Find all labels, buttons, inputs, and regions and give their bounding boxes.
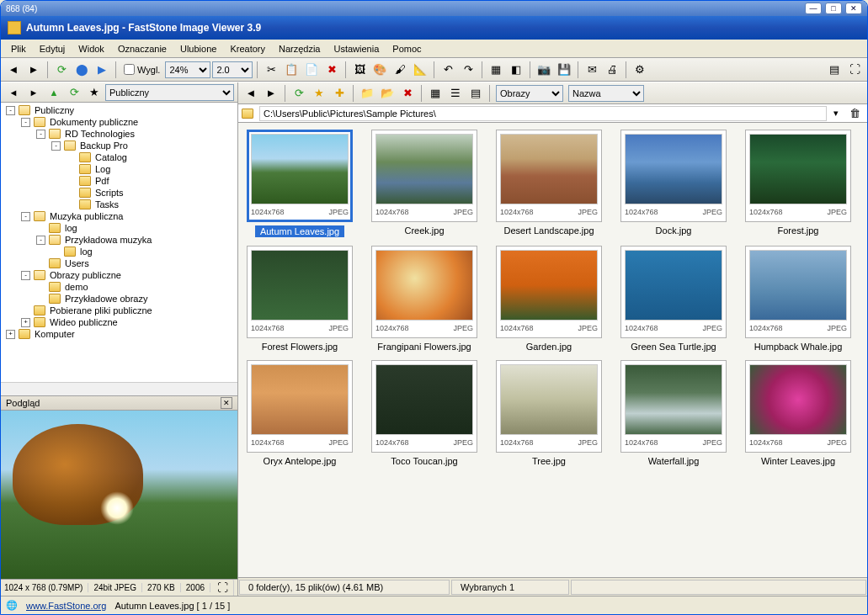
tree-node[interactable]: -Publiczny: [3, 104, 236, 116]
menu-edytuj[interactable]: Edytuj: [33, 42, 72, 56]
tree-toggle-icon[interactable]: -: [6, 106, 15, 115]
tree-node[interactable]: +Wideo publiczne: [3, 316, 236, 328]
thumbnail-item[interactable]: 1024x768JPEGFrangipani Flowers.jpg: [370, 246, 479, 352]
rotate-right-icon[interactable]: ↷: [459, 61, 477, 79]
thumbnail-item[interactable]: 1024x768JPEGDock.jpg: [619, 130, 728, 237]
preview-close-icon[interactable]: ✕: [221, 397, 232, 409]
tree-toggle-icon[interactable]: +: [6, 330, 15, 339]
thumbnail-item[interactable]: 1024x768JPEGTree.jpg: [494, 360, 604, 466]
copy-icon[interactable]: 📋: [282, 61, 301, 79]
refresh-icon[interactable]: ⟳: [52, 61, 71, 79]
tree-toggle-icon[interactable]: +: [21, 318, 30, 327]
tree-node[interactable]: -Dokumenty publiczne: [3, 116, 236, 128]
tree-node[interactable]: Users: [3, 257, 236, 269]
tree-toggle-icon[interactable]: -: [21, 118, 30, 127]
tool2-icon[interactable]: 🎨: [370, 61, 389, 79]
tree-root-combo[interactable]: Publiczny: [105, 84, 234, 101]
tree-node[interactable]: Catalog: [3, 151, 236, 163]
filter-combo[interactable]: Obrazy: [496, 85, 563, 102]
settings-icon[interactable]: ⚙: [631, 61, 649, 79]
layout1-icon[interactable]: ▤: [825, 61, 844, 79]
maximize-button[interactable]: □: [825, 3, 842, 14]
thumb-newfolder-icon[interactable]: 📁: [358, 84, 376, 103]
thumbnail-item[interactable]: 1024x768JPEGWaterfall.jpg: [619, 360, 728, 466]
folder-tree[interactable]: -Publiczny-Dokumenty publiczne-RD Techno…: [1, 103, 237, 382]
thumb-fwd-icon[interactable]: ►: [262, 84, 280, 103]
email-icon[interactable]: ✉: [583, 61, 601, 79]
thumb-fav-icon[interactable]: ★: [310, 84, 328, 103]
nav-back-icon[interactable]: ◄: [4, 61, 23, 79]
rotate-left-icon[interactable]: ↶: [439, 61, 457, 79]
tree-node[interactable]: -Obrazy publiczne: [3, 269, 236, 281]
fullscreen-icon[interactable]: ⛶: [845, 61, 864, 79]
tree-node[interactable]: demo: [3, 281, 236, 293]
tree-up-icon[interactable]: ▲: [45, 83, 63, 102]
thumbnail-item[interactable]: 1024x768JPEGCreek.jpg: [370, 130, 479, 237]
tree-node[interactable]: -Muzyka publiczna: [3, 210, 236, 222]
thumbnail-item[interactable]: 1024x768JPEGForest.jpg: [743, 130, 853, 237]
tree-node[interactable]: +Komputer: [3, 328, 236, 340]
menu-plik[interactable]: Plik: [4, 42, 33, 56]
tree-toggle-icon[interactable]: -: [21, 271, 30, 280]
tree-toggle-icon[interactable]: -: [36, 130, 45, 139]
thumbnail-item[interactable]: 1024x768JPEGGarden.jpg: [494, 246, 604, 352]
close-button[interactable]: ✕: [845, 3, 862, 14]
thumbnail-item[interactable]: 1024x768JPEGHumpback Whale.jpg: [743, 246, 853, 352]
capture-icon[interactable]: 📷: [535, 61, 553, 79]
menu-ulubione[interactable]: Ulubione: [173, 42, 223, 56]
thumbnail-item[interactable]: 1024x768JPEGWinter Leaves.jpg: [743, 360, 853, 466]
thumbnail-item[interactable]: 1024x768JPEGOryx Antelope.jpg: [245, 360, 354, 466]
thumb-back-icon[interactable]: ◄: [242, 84, 260, 103]
menu-widok[interactable]: Widok: [72, 42, 111, 56]
paste-icon[interactable]: 📄: [302, 61, 321, 79]
tool4-icon[interactable]: 📐: [411, 61, 429, 79]
save-icon[interactable]: 💾: [555, 61, 573, 79]
zoom-combo[interactable]: 24%: [165, 61, 210, 78]
thumb-addfav-icon[interactable]: ✚: [330, 84, 349, 103]
tree-node[interactable]: Pobierane pliki publiczne: [3, 305, 236, 316]
thumbnail-item[interactable]: 1024x768JPEGToco Toucan.jpg: [370, 360, 479, 466]
wygl-checkbox[interactable]: Wygl.: [124, 64, 160, 75]
tree-scrollbar[interactable]: [1, 382, 237, 395]
tree-node[interactable]: log: [3, 246, 236, 257]
tree-toggle-icon[interactable]: -: [36, 236, 45, 245]
tool1-icon[interactable]: 🖼: [350, 61, 369, 79]
preview-pane[interactable]: [1, 411, 237, 579]
path-trash-icon[interactable]: 🗑: [845, 104, 864, 123]
menu-oznaczanie[interactable]: Oznaczanie: [111, 42, 173, 56]
tree-node[interactable]: -RD Technologies: [3, 128, 236, 140]
menu-narzędzia[interactable]: Narzędzia: [272, 42, 327, 56]
footer-link[interactable]: www.FastStone.org: [26, 601, 106, 611]
thumb-refresh-icon[interactable]: ⟳: [290, 84, 308, 103]
thumbnail-item[interactable]: 1024x768JPEGForest Flowers.jpg: [245, 246, 354, 352]
tree-fwd-icon[interactable]: ►: [24, 83, 43, 102]
tree-refresh-icon[interactable]: ⟳: [65, 83, 83, 102]
delete-icon[interactable]: ✖: [322, 61, 341, 79]
tree-back-icon[interactable]: ◄: [4, 83, 23, 102]
tree-fav-icon[interactable]: ★: [85, 83, 104, 102]
tool3-icon[interactable]: 🖌: [391, 61, 409, 79]
minimize-button[interactable]: —: [805, 3, 822, 14]
print-icon[interactable]: 🖨: [603, 61, 621, 79]
scale-combo[interactable]: 2.0: [212, 61, 253, 78]
preview-expand-icon[interactable]: ⛶: [216, 579, 234, 596]
tree-node[interactable]: Scripts: [3, 187, 236, 199]
compare-icon[interactable]: ◧: [507, 61, 525, 79]
stop-icon[interactable]: ⬤: [72, 61, 91, 79]
tree-node[interactable]: -Backup Pro: [3, 140, 236, 151]
tree-node[interactable]: -Przykładowa muzyka: [3, 234, 236, 246]
view-thumbs-icon[interactable]: ▦: [426, 84, 445, 103]
nav-forward-icon[interactable]: ►: [24, 61, 43, 79]
menu-ustawienia[interactable]: Ustawienia: [327, 42, 386, 56]
thumb-move-icon[interactable]: 📂: [378, 84, 397, 103]
view-list-icon[interactable]: ☰: [446, 84, 465, 103]
path-input[interactable]: [259, 106, 827, 121]
slideshow-icon[interactable]: ▶: [93, 61, 111, 79]
tree-node[interactable]: Przykładowe obrazy: [3, 293, 236, 305]
thumbnail-item[interactable]: 1024x768JPEGAutumn Leaves.jpg: [245, 130, 354, 237]
tree-toggle-icon[interactable]: -: [21, 212, 30, 221]
thumb-delete-icon[interactable]: ✖: [398, 84, 417, 103]
tree-node[interactable]: Pdf: [3, 175, 236, 187]
tree-toggle-icon[interactable]: -: [51, 141, 61, 151]
grid-icon[interactable]: ▦: [487, 61, 505, 79]
